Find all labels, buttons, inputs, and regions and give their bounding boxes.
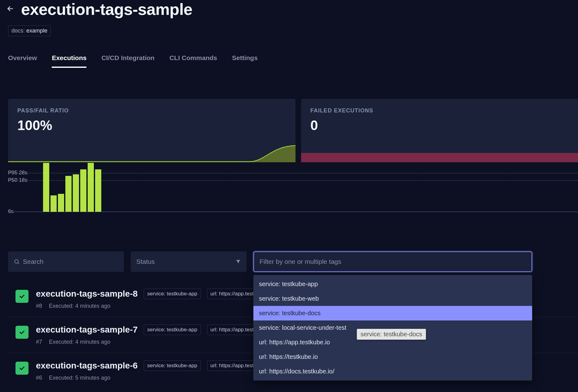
- status-success-icon: [15, 290, 28, 303]
- tag-filter-placeholder: Filter by one or multiple tags: [260, 258, 341, 265]
- card-failed-label: FAILED EXECUTIONS: [310, 107, 569, 114]
- execution-name: execution-tags-sample-8: [36, 289, 138, 299]
- status-filter[interactable]: Status: [131, 251, 247, 272]
- execution-timestamp: Executed: 4 minutes ago: [49, 303, 110, 309]
- bar: [80, 169, 86, 212]
- execution-tag-chip[interactable]: url: https://app.testk: [207, 360, 260, 371]
- search-input[interactable]: Search: [8, 251, 124, 272]
- execution-tag-chip[interactable]: service: testkube-app: [144, 289, 201, 299]
- tag-filter-dropdown: service: testkube-appservice: testkube-w…: [253, 275, 532, 381]
- tag-key: docs:: [11, 28, 25, 34]
- card-failed-value: 0: [310, 118, 569, 133]
- bar: [50, 195, 57, 212]
- pass-fail-sparkline: [8, 144, 296, 162]
- execution-tag-chip[interactable]: service: testkube-app: [144, 360, 201, 371]
- card-failed-executions: FAILED EXECUTIONS 0: [301, 99, 578, 162]
- tab-cli[interactable]: CLI Commands: [169, 54, 217, 68]
- tag-filter-input[interactable]: Filter by one or multiple tags: [253, 251, 532, 272]
- bar: [43, 163, 49, 212]
- bar: [65, 176, 72, 212]
- bar: [58, 194, 64, 212]
- execution-id: #7: [36, 339, 42, 345]
- execution-timestamp: Executed: 5 minutes ago: [49, 375, 110, 381]
- execution-tag-chip[interactable]: url: https://app.testk: [207, 289, 260, 299]
- card-pass-fail-label: PASS/FAIL RATIO: [17, 107, 286, 114]
- card-pass-fail: PASS/FAIL RATIO 100%: [8, 99, 296, 162]
- back-arrow-icon[interactable]: [6, 5, 14, 14]
- card-pass-fail-value: 100%: [17, 118, 286, 133]
- execution-id: #8: [36, 303, 42, 309]
- bar: [95, 169, 101, 212]
- filter-icon: [235, 259, 241, 264]
- search-icon: [14, 259, 20, 265]
- svg-point-0: [15, 259, 18, 263]
- page-title: execution-tags-sample: [21, 0, 192, 19]
- bar: [73, 174, 79, 212]
- failed-bar: [301, 153, 578, 162]
- status-success-icon: [15, 362, 28, 375]
- dropdown-item[interactable]: service: testkube-web: [253, 291, 532, 306]
- execution-name: execution-tags-sample-6: [36, 361, 138, 371]
- tab-settings[interactable]: Settings: [232, 54, 258, 68]
- search-placeholder: Search: [23, 258, 44, 265]
- tab-executions[interactable]: Executions: [52, 54, 86, 68]
- dropdown-tooltip: service: testkube-docs: [357, 329, 426, 340]
- tab-overview[interactable]: Overview: [8, 54, 37, 68]
- tag-value: example: [26, 28, 47, 34]
- execution-id: #6: [36, 375, 42, 381]
- tabs: Overview Executions CI/CD Integration CL…: [8, 54, 578, 68]
- bars-container: [43, 163, 101, 212]
- duration-bar-chart: P95 28s P50 18s 6s: [8, 168, 578, 217]
- dropdown-item[interactable]: url: https://testkube.io: [253, 350, 532, 364]
- execution-tag-chip[interactable]: service: testkube-app: [144, 324, 201, 335]
- bar: [88, 163, 94, 212]
- dropdown-item[interactable]: service: testkube-app: [253, 277, 532, 291]
- execution-name: execution-tags-sample-7: [36, 325, 138, 335]
- dropdown-item[interactable]: service: testkube-docs: [253, 306, 532, 320]
- header-tag-chip[interactable]: docs: example: [8, 25, 51, 36]
- dropdown-item[interactable]: url: https://docs.testkube.io/: [253, 364, 532, 379]
- status-label: Status: [136, 258, 155, 265]
- status-success-icon: [15, 326, 28, 339]
- tab-cicd[interactable]: CI/CD Integration: [101, 54, 155, 68]
- svg-line-1: [18, 263, 19, 264]
- execution-tag-chip[interactable]: url: https://app.testk: [207, 324, 260, 335]
- execution-timestamp: Executed: 4 minutes ago: [49, 339, 110, 345]
